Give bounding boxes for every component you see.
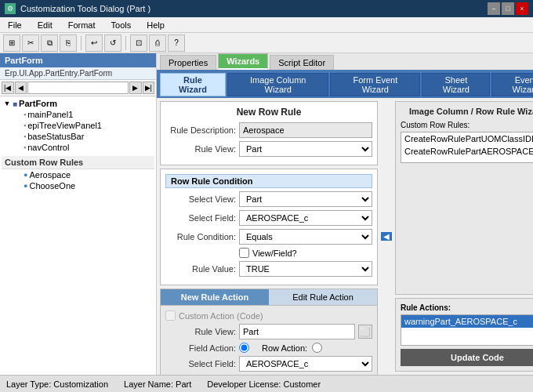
tool-grid[interactable]: ⊡ xyxy=(130,34,147,52)
menu-format[interactable]: Format xyxy=(63,20,100,31)
rule-condition-row: Rule Condition: Equals xyxy=(165,229,372,245)
custom-row-rules-list[interactable]: CreateRowRulePartUOMClassIDEqu... Create… xyxy=(401,132,533,163)
list-item-0[interactable]: CreateRowRulePartUOMClassIDEqu... xyxy=(401,132,533,145)
rule-action-panel: New Rule Action Edit Rule Action Custom … xyxy=(160,289,378,375)
tab-script-editor[interactable]: Script Editor xyxy=(270,55,334,70)
new-row-rule-title: New Row Rule xyxy=(165,107,372,118)
tree-item-treeviewpanel[interactable]: ▪ epiTreeViewPanel1 xyxy=(2,120,154,131)
separator1 xyxy=(81,36,82,50)
custom-row-rules-label: Custom Row Rules: xyxy=(401,121,533,129)
tree-item-partform[interactable]: ▼ ■ PartForm xyxy=(2,98,154,109)
wizard-form-event[interactable]: Form Event Wizard xyxy=(330,73,420,96)
rule-view-row: Rule View: Part xyxy=(165,141,372,157)
tool-print[interactable]: ⎙ xyxy=(149,34,166,52)
rule-actions-panel: Rule Actions: warningPart_AEROSPACE_c Up… xyxy=(395,298,533,372)
view-field-row: View/Field? xyxy=(239,248,372,258)
view-field-checkbox[interactable] xyxy=(239,248,249,258)
status-developer-license: Developer License: Customer xyxy=(207,379,321,389)
nav-prev[interactable]: ◀ xyxy=(15,82,27,94)
rule-description-label: Rule Description: xyxy=(165,125,236,135)
row-rule-condition-panel: Row Rule Condition Select View: Part Sel… xyxy=(160,169,378,285)
new-rule-action-btn[interactable]: New Rule Action xyxy=(161,289,269,305)
tree-item-mainpanel[interactable]: ▪ mainPanel1 xyxy=(2,109,154,120)
select-field-row: Select Field: AEROSPACE_c xyxy=(165,210,372,226)
row-rule-condition-header: Row Rule Condition xyxy=(165,174,372,188)
tool-undo[interactable]: ↩ xyxy=(85,34,103,52)
menu-help[interactable]: Help xyxy=(142,20,169,31)
tab-properties[interactable]: Properties xyxy=(160,55,216,70)
custom-row-rules-header: Custom Row Rules xyxy=(2,156,154,169)
rule-condition-select[interactable]: Equals xyxy=(239,229,372,245)
nav-first[interactable]: |◀ xyxy=(2,82,14,94)
nav-last[interactable]: ▶| xyxy=(143,82,155,94)
maximize-btn[interactable]: □ xyxy=(502,2,514,15)
panels-row: New Row Rule Rule Description: Rule View… xyxy=(157,98,533,375)
rule-actions-label: Rule Actions: xyxy=(401,303,533,312)
action-select-field-label: Select Field: xyxy=(165,359,236,368)
separator2 xyxy=(125,36,126,50)
rule-condition-label: Rule Condition: xyxy=(165,232,236,241)
app-icon: ⚙ xyxy=(5,3,16,14)
rule-description-input[interactable] xyxy=(239,122,372,138)
action-panel-header: New Rule Action Edit Rule Action xyxy=(161,289,377,306)
custom-action-checkbox[interactable] xyxy=(165,310,176,321)
image-column-title: Image Column / Row Rule Wizard xyxy=(401,107,533,116)
wizard-image-column[interactable]: Image Column Wizard xyxy=(227,73,328,96)
tree-content: ▼ ■ PartForm ▪ mainPanel1 ▪ epiTreeViewP… xyxy=(0,96,156,375)
collapse-arrow[interactable]: ◀ xyxy=(381,232,392,241)
image-column-panel: Image Column / Row Rule Wizard Custom Ro… xyxy=(395,101,533,295)
tool-new[interactable]: ⊞ xyxy=(3,34,20,52)
wizard-sheet[interactable]: Sheet Wizard xyxy=(422,73,490,96)
status-bar: Layer Type: Customization Layer Name: Pa… xyxy=(0,375,533,392)
menu-edit[interactable]: Edit xyxy=(33,20,57,31)
action-rule-view-input[interactable] xyxy=(239,324,355,339)
tool-copy[interactable]: ⧉ xyxy=(41,34,58,52)
rule-actions-list[interactable]: warningPart_AEROSPACE_c xyxy=(401,314,533,346)
rule-view-select[interactable]: Part xyxy=(239,141,372,157)
tree-item-chooseone[interactable]: ● ChooseOne xyxy=(2,180,154,191)
menu-tools[interactable]: Tools xyxy=(107,20,136,31)
field-row-action-row: Field Action: Row Action: xyxy=(165,343,372,353)
left-panel: New Row Rule Rule Description: Rule View… xyxy=(160,101,378,372)
select-view-select[interactable]: Part xyxy=(239,191,372,207)
list-item-1[interactable]: CreateRowRulePartAEROSPACE_cE... xyxy=(401,145,533,158)
tab-wizards[interactable]: Wizards xyxy=(218,53,268,70)
action-content: Custom Action (Code) Rule View: ⬜ Field … xyxy=(161,306,377,375)
select-field-label: Select Field: xyxy=(165,213,236,223)
update-code-btn[interactable]: Update Code xyxy=(401,349,533,366)
select-view-label: Select View: xyxy=(165,194,236,204)
view-field-label: View/Field? xyxy=(252,249,297,258)
field-action-radio[interactable] xyxy=(239,343,249,353)
tab-bar: Properties Wizards Script Editor xyxy=(157,53,533,71)
rule-value-select[interactable]: TRUE xyxy=(239,261,372,277)
tree-item-aerospace[interactable]: ● Aerospace xyxy=(2,169,154,180)
nav-next[interactable]: ▶ xyxy=(129,82,142,94)
custom-action-row: Custom Action (Code) xyxy=(165,310,372,321)
nav-input[interactable] xyxy=(27,82,129,94)
select-view-row: Select View: Part xyxy=(165,191,372,207)
tool-paste[interactable]: ⎘ xyxy=(60,34,77,52)
select-field-select[interactable]: AEROSPACE_c xyxy=(239,210,372,226)
new-row-rule-panel: New Row Rule Rule Description: Rule View… xyxy=(160,101,378,165)
tree-item-navcontrol[interactable]: ▪ navControl xyxy=(2,142,154,153)
close-btn[interactable]: × xyxy=(516,2,528,15)
title-bar: ⚙ Customization Tools Dialog (Part ) − □… xyxy=(0,0,533,17)
tool-help[interactable]: ? xyxy=(168,34,185,52)
wizard-bar: Rule Wizard Image Column Wizard Form Eve… xyxy=(157,71,533,98)
action-rule-view-picker[interactable]: ⬜ xyxy=(358,325,372,339)
wizard-event[interactable]: Event Wizard xyxy=(491,73,533,96)
sidebar-title: PartForm xyxy=(0,53,156,67)
row-action-radio[interactable] xyxy=(312,343,322,353)
menu-file[interactable]: File xyxy=(3,20,27,31)
tree-item-statusbar[interactable]: ▪ baseStatusBar xyxy=(2,131,154,142)
minimize-btn[interactable]: − xyxy=(488,2,500,15)
wizard-rule[interactable]: Rule Wizard xyxy=(160,73,226,96)
toolbar: ⊞ ✂ ⧉ ⎘ ↩ ↺ ⊡ ⎙ ? xyxy=(0,33,533,53)
rule-action-item-0[interactable]: warningPart_AEROSPACE_c xyxy=(401,315,533,328)
action-rule-view-row: Rule View: ⬜ xyxy=(165,324,372,339)
tool-redo[interactable]: ↺ xyxy=(104,34,121,52)
status-layer-name: Layer Name: Part xyxy=(124,379,191,389)
tool-cut[interactable]: ✂ xyxy=(22,34,39,52)
edit-rule-action-btn[interactable]: Edit Rule Action xyxy=(269,289,377,305)
action-select-field-select[interactable]: AEROSPACE_c xyxy=(239,356,372,372)
